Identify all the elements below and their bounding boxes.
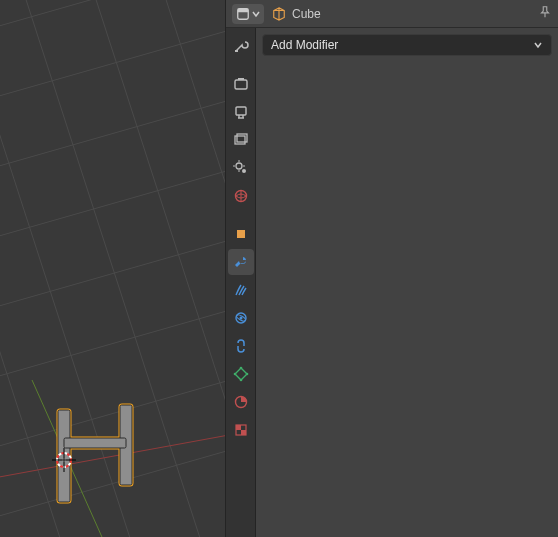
svg-rect-28 [238,78,244,80]
modifier-tab[interactable] [228,249,254,275]
add-modifier-label: Add Modifier [271,38,338,52]
x-axis [0,422,225,486]
add-modifier-dropdown[interactable]: Add Modifier [262,34,552,56]
constraint-icon [233,338,249,354]
svg-point-39 [239,367,242,370]
app-root: Cube [0,0,558,537]
output-icon [233,104,249,120]
svg-line-4 [0,220,225,320]
properties-panel: Cube [225,0,558,537]
physics-icon [233,310,249,326]
svg-line-3 [0,150,225,250]
svg-line-2 [0,80,225,180]
chevron-down-icon [533,40,543,50]
tool-icon [233,38,249,54]
physics-tab[interactable] [228,305,254,331]
svg-rect-18 [64,438,126,448]
render-tab[interactable] [228,71,254,97]
object-name: Cube [292,7,321,21]
wrench-icon [233,254,249,270]
pin-icon [538,5,552,19]
viewlayer-tab[interactable] [228,127,254,153]
svg-rect-27 [235,80,247,89]
svg-point-40 [245,373,248,376]
world-icon [233,188,249,204]
properties-tab-column [226,28,256,537]
svg-line-10 [80,0,225,537]
pin-button[interactable] [538,5,552,22]
render-icon [233,76,249,92]
svg-rect-35 [237,230,245,238]
svg-line-9 [10,0,220,537]
3d-viewport[interactable] [0,0,225,537]
editor-type-dropdown[interactable] [232,4,264,24]
mesh-data-icon [233,366,249,382]
constraint-tab[interactable] [228,333,254,359]
texture-icon [233,422,249,438]
mesh-cube-icon [272,7,286,21]
material-tab[interactable] [228,389,254,415]
svg-line-11 [150,0,225,537]
svg-point-33 [242,169,246,173]
context-breadcrumb[interactable]: Cube [272,7,530,21]
editor-type-icon [236,7,250,21]
svg-point-41 [239,379,242,382]
y-axis [32,380,130,537]
material-icon [233,394,249,410]
viewlayer-icon [233,132,249,148]
modifier-panel-content: Add Modifier [256,28,558,537]
svg-rect-29 [236,107,246,115]
properties-header: Cube [226,0,558,28]
viewport-canvas [0,0,225,537]
properties-body: Add Modifier [226,28,558,537]
particle-tab[interactable] [228,277,254,303]
svg-rect-46 [241,430,246,435]
svg-point-32 [236,163,242,169]
scene-icon [233,160,249,176]
svg-rect-25 [238,8,249,12]
svg-rect-45 [236,425,241,430]
3d-cursor [52,448,76,472]
particle-icon [233,282,249,298]
object-tab[interactable] [228,221,254,247]
texture-tab[interactable] [228,417,254,443]
selected-object[interactable] [58,405,132,502]
data-tab[interactable] [228,361,254,387]
world-tab[interactable] [228,183,254,209]
output-tab[interactable] [228,99,254,125]
object-icon [233,226,249,242]
svg-point-42 [233,373,236,376]
scene-tab[interactable] [228,155,254,181]
svg-rect-26 [235,50,238,52]
svg-point-37 [239,317,242,320]
svg-line-0 [0,0,225,40]
svg-line-5 [0,290,225,390]
tool-tab[interactable] [228,33,254,59]
chevron-down-icon [252,7,260,21]
